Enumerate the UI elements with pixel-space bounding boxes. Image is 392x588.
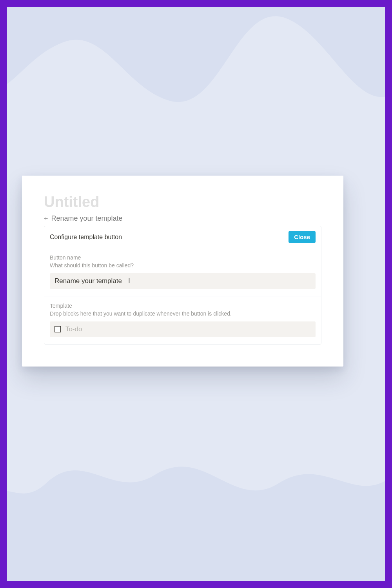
template-section-description: Drop blocks here that you want to duplic… [50, 310, 316, 317]
button-name-section: Button name What should this button be c… [44, 248, 321, 296]
checkbox-icon[interactable] [54, 326, 61, 332]
button-name-input-wrap: I [50, 273, 316, 289]
config-header-title: Configure template button [50, 234, 122, 241]
button-name-description: What should this button be called? [50, 262, 316, 269]
page-title[interactable]: Untitled [44, 194, 321, 211]
template-button-trigger[interactable]: + Rename your template [44, 214, 321, 223]
template-section-label: Template [50, 303, 316, 309]
template-drop-zone[interactable]: To-do [50, 321, 316, 337]
page-background: Untitled + Rename your template Configur… [7, 7, 385, 581]
button-name-label: Button name [50, 254, 316, 261]
configure-template-panel: Configure template button Close Button n… [44, 226, 321, 345]
decorative-wave-bottom [7, 416, 385, 581]
plus-icon: + [44, 215, 48, 222]
template-section: Template Drop blocks here that you want … [44, 296, 321, 344]
decorative-wave-top [7, 7, 385, 180]
close-button[interactable]: Close [289, 231, 316, 243]
editor-card: Untitled + Rename your template Configur… [22, 176, 343, 367]
button-name-input[interactable] [50, 273, 316, 289]
config-header: Configure template button Close [44, 226, 321, 248]
template-trigger-label: Rename your template [51, 214, 123, 223]
todo-placeholder-text: To-do [65, 325, 82, 333]
